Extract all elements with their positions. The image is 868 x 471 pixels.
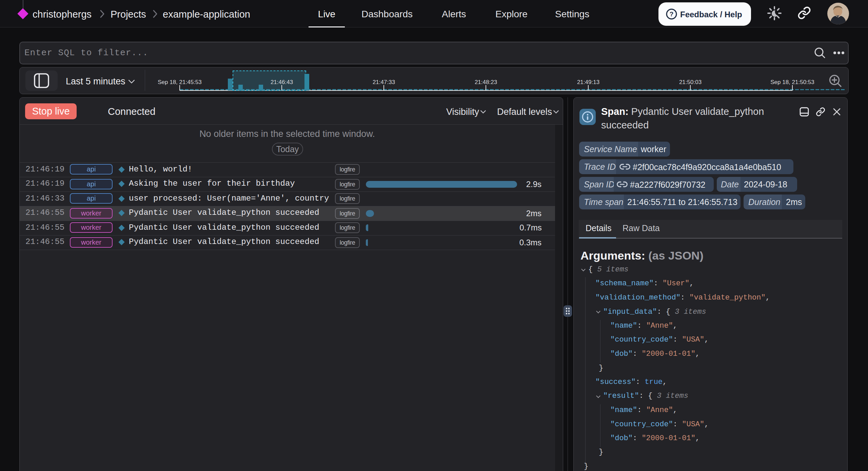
svg-text:?: ? <box>670 11 674 18</box>
